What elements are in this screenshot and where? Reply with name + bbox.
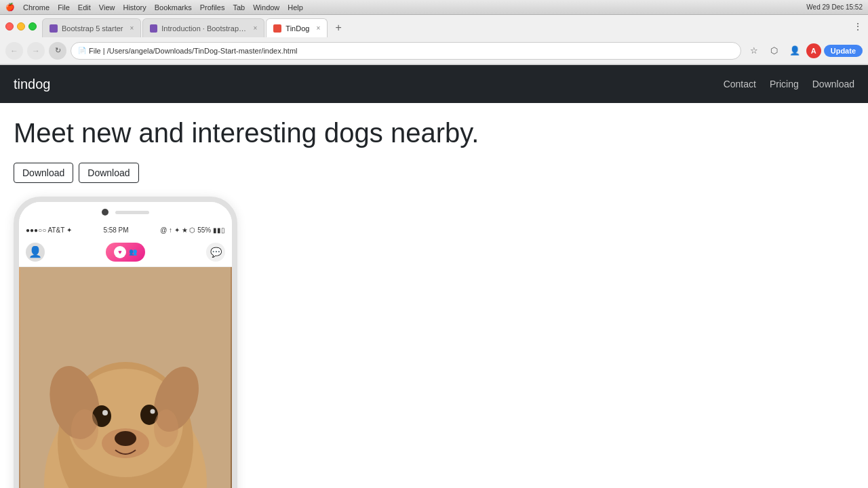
phone-toolbar: 👤 ♥ 👥 💬 xyxy=(19,237,232,267)
site-nav-links: Contact Pricing Download xyxy=(724,79,854,89)
phone-top-bar xyxy=(19,202,232,222)
phone-time: 5:58 PM xyxy=(103,226,128,234)
file-menu[interactable]: File xyxy=(58,3,70,12)
phone-toggle-btn[interactable]: ♥ 👥 xyxy=(106,243,145,262)
back-button: ← xyxy=(5,42,23,60)
mac-menus: 🍎 Chrome File Edit View History Bookmark… xyxy=(5,3,303,12)
window-menu[interactable]: Window xyxy=(253,3,279,12)
svg-point-13 xyxy=(115,431,136,446)
tab-label: TinDog xyxy=(285,24,309,33)
browser-nav-right: ☆ ⬡ 👤 A Update xyxy=(745,42,863,60)
address-text: File | /Users/angela/Downloads/TinDog-St… xyxy=(89,47,298,55)
hero-title: Meet new and interesting dogs nearby. xyxy=(14,117,854,149)
mac-status-icons: Wed 29 Dec 15:52 xyxy=(806,3,863,11)
tab-favicon xyxy=(150,24,157,33)
site-brand: tindog xyxy=(14,77,51,92)
extension-icon[interactable]: ⬡ xyxy=(766,42,783,60)
phone-carrier: ●●●○○ AT&T ✦ xyxy=(26,226,72,234)
apple-menu[interactable]: 🍎 xyxy=(5,3,15,12)
tab-label: Introduction · Bootstrap v5.1 xyxy=(161,24,246,33)
tab-close-btn[interactable]: × xyxy=(130,24,134,32)
phone-profile-icon: 👤 xyxy=(26,243,45,262)
tab-favicon xyxy=(273,24,281,33)
groups-label: 👥 xyxy=(129,248,137,256)
new-tab-button[interactable]: + xyxy=(329,18,348,37)
close-button[interactable] xyxy=(5,22,14,30)
hero-section: Meet new and interesting dogs nearby. Do… xyxy=(0,103,868,488)
chrome-menu[interactable]: Chrome xyxy=(23,3,50,12)
browser-chrome: Bootstrap 5 starter × Introduction · Boo… xyxy=(0,15,868,65)
nav-contact[interactable]: Contact xyxy=(724,79,756,89)
site-navbar: tindog Contact Pricing Download xyxy=(0,65,868,103)
phone-camera xyxy=(102,209,108,216)
tab-close-btn[interactable]: × xyxy=(316,24,320,32)
download-btn-2[interactable]: Download xyxy=(79,163,138,183)
bookmarks-menu[interactable]: Bookmarks xyxy=(155,3,192,12)
svg-point-9 xyxy=(151,409,155,414)
account-icon[interactable]: 👤 xyxy=(786,42,804,60)
history-menu[interactable]: History xyxy=(123,3,146,12)
help-menu[interactable]: Help xyxy=(288,3,303,12)
address-bar[interactable]: 📄 File | /Users/angela/Downloads/TinDog-… xyxy=(71,42,741,60)
svg-point-14 xyxy=(71,409,98,450)
nav-download[interactable]: Download xyxy=(812,79,854,89)
tab-menu[interactable]: Tab xyxy=(233,3,245,12)
heart-icon: ♥ xyxy=(114,246,126,258)
maximize-button[interactable] xyxy=(28,22,37,30)
mac-time: Wed 29 Dec 15:52 xyxy=(806,3,863,11)
edit-menu[interactable]: Edit xyxy=(78,3,91,12)
hero-buttons: Download Download xyxy=(14,163,854,183)
svg-point-15 xyxy=(154,409,178,447)
minimize-button[interactable] xyxy=(17,22,25,30)
profile-avatar[interactable]: A xyxy=(806,43,821,58)
view-menu[interactable]: View xyxy=(99,3,115,12)
profiles-menu[interactable]: Profiles xyxy=(200,3,225,12)
tab-tindog[interactable]: TinDog × xyxy=(266,18,328,37)
phone-dog-image: ©udemy xyxy=(19,267,232,488)
phone-battery: @ ↑ ✦ ★ ⬡ 55% ▮▮▯ xyxy=(160,226,225,234)
tab-favicon xyxy=(50,24,58,33)
download-btn-1[interactable]: Download xyxy=(14,163,73,183)
phone-chat-icon: 💬 xyxy=(206,243,225,262)
bookmark-icon[interactable]: ☆ xyxy=(745,42,763,60)
tab-bootstrap-starter[interactable]: Bootstrap 5 starter × xyxy=(42,18,141,37)
dog-svg xyxy=(20,267,231,488)
phone-speaker xyxy=(115,211,149,214)
update-button[interactable]: Update xyxy=(824,45,863,57)
forward-button: → xyxy=(27,42,45,60)
nav-pricing[interactable]: Pricing xyxy=(770,79,799,89)
svg-point-8 xyxy=(102,410,108,415)
website-content: tindog Contact Pricing Download Meet new… xyxy=(0,65,868,488)
tab-bootstrap-intro[interactable]: Introduction · Bootstrap v5.1 × xyxy=(142,18,264,37)
browser-navbar: ← → ↻ 📄 File | /Users/angela/Downloads/T… xyxy=(0,37,868,64)
phone-status-bar: ●●●○○ AT&T ✦ 5:58 PM @ ↑ ✦ ★ ⬡ 55% ▮▮▯ xyxy=(19,222,232,237)
browser-settings-icon[interactable]: ⋮ xyxy=(853,21,863,35)
security-icon: 📄 xyxy=(78,47,86,54)
tab-label: Bootstrap 5 starter xyxy=(62,24,123,33)
tab-close-btn[interactable]: × xyxy=(254,24,258,32)
phone-mockup: ●●●○○ AT&T ✦ 5:58 PM @ ↑ ✦ ★ ⬡ 55% ▮▮▯ 👤… xyxy=(14,197,237,488)
mac-menubar: 🍎 Chrome File Edit View History Bookmark… xyxy=(0,0,868,15)
refresh-button[interactable]: ↻ xyxy=(49,42,66,60)
